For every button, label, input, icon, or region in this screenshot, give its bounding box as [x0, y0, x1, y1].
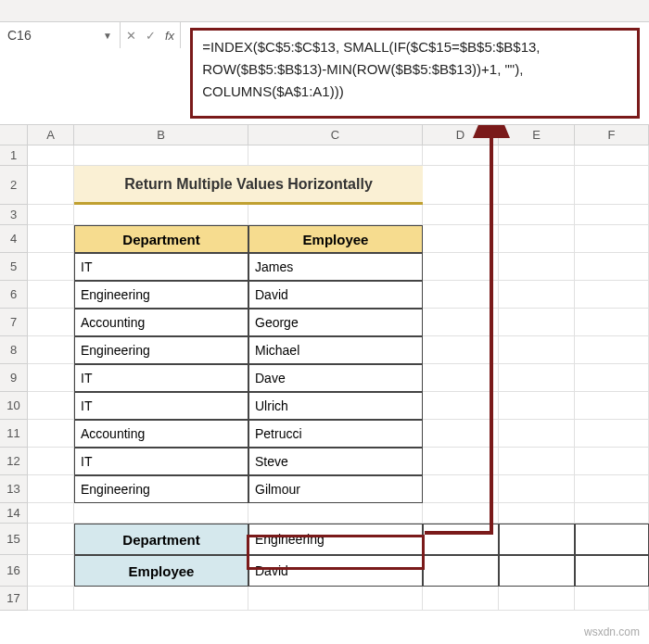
cell[interactable] [28, 145, 74, 166]
cell[interactable] [499, 555, 575, 587]
cell[interactable] [74, 503, 248, 524]
name-box[interactable]: C16 ▼ [0, 22, 121, 48]
table-row[interactable]: Dave [248, 364, 423, 392]
table-row[interactable]: Engineering [74, 281, 248, 309]
table-row[interactable]: David [248, 281, 423, 309]
cell[interactable] [28, 524, 74, 555]
table-row[interactable]: Petrucci [248, 420, 423, 448]
col-header-B[interactable]: B [74, 125, 248, 145]
row-header-10[interactable]: 10 [0, 392, 28, 420]
cell[interactable] [248, 503, 423, 524]
col-header-A[interactable]: A [28, 125, 74, 145]
cell[interactable] [423, 448, 499, 475]
cell[interactable] [423, 392, 499, 420]
cell[interactable] [499, 253, 575, 281]
cell[interactable] [423, 253, 499, 281]
table-row[interactable]: Steve [248, 448, 423, 475]
cell[interactable] [575, 364, 649, 392]
accept-icon[interactable]: ✓ [146, 29, 156, 43]
row-header-12[interactable]: 12 [0, 448, 28, 475]
cell[interactable] [499, 281, 575, 309]
table-row[interactable]: IT [74, 392, 248, 420]
cell[interactable] [499, 166, 575, 205]
table-row[interactable]: James [248, 253, 423, 281]
cell[interactable] [423, 166, 499, 205]
cell[interactable] [575, 503, 649, 524]
row-header-15[interactable]: 15 [0, 524, 28, 555]
row-header-3[interactable]: 3 [0, 205, 28, 225]
table-header-emp[interactable]: Employee [248, 225, 423, 253]
cell[interactable] [499, 225, 575, 253]
cell[interactable] [248, 587, 423, 611]
cell[interactable] [499, 145, 575, 166]
cell[interactable] [28, 392, 74, 420]
cell[interactable] [575, 253, 649, 281]
select-all-corner[interactable] [0, 125, 28, 145]
cell[interactable] [575, 555, 649, 587]
cell[interactable] [499, 420, 575, 448]
cell[interactable] [575, 225, 649, 253]
lookup-dept-label[interactable]: Department [74, 524, 248, 555]
table-header-dept[interactable]: Department [74, 225, 248, 253]
row-header-9[interactable]: 9 [0, 364, 28, 392]
cell[interactable] [423, 145, 499, 166]
cell[interactable] [575, 420, 649, 448]
cell[interactable] [423, 225, 499, 253]
row-header-13[interactable]: 13 [0, 475, 28, 503]
cell[interactable] [423, 555, 499, 587]
cell[interactable] [499, 392, 575, 420]
cell[interactable] [575, 475, 649, 503]
table-row[interactable]: Engineering [74, 336, 248, 364]
cell[interactable] [28, 225, 74, 253]
table-row[interactable]: IT [74, 253, 248, 281]
cell[interactable] [28, 555, 74, 587]
fx-icon[interactable]: fx [165, 29, 174, 43]
cell[interactable] [423, 281, 499, 309]
cell[interactable] [74, 145, 248, 166]
cell[interactable] [248, 145, 423, 166]
col-header-F[interactable]: F [575, 125, 649, 145]
cell[interactable] [28, 364, 74, 392]
cell[interactable] [499, 475, 575, 503]
cell[interactable] [575, 281, 649, 309]
cell[interactable] [423, 364, 499, 392]
row-header-7[interactable]: 7 [0, 309, 28, 336]
table-row[interactable]: Gilmour [248, 475, 423, 503]
col-header-D[interactable]: D [423, 125, 499, 145]
cell[interactable] [74, 205, 248, 225]
row-header-6[interactable]: 6 [0, 281, 28, 309]
cell[interactable] [499, 503, 575, 524]
page-title[interactable]: Return Multiple Values Horizontally [74, 166, 423, 205]
col-header-E[interactable]: E [499, 125, 575, 145]
row-header-8[interactable]: 8 [0, 336, 28, 364]
cell[interactable] [423, 587, 499, 611]
cell[interactable] [499, 309, 575, 336]
table-row[interactable]: Accounting [74, 420, 248, 448]
cell[interactable] [28, 281, 74, 309]
cell[interactable] [423, 309, 499, 336]
cell[interactable] [575, 587, 649, 611]
cell[interactable] [423, 205, 499, 225]
worksheet[interactable]: A B C D E F 1 2 Return Multiple Values H… [0, 125, 649, 611]
cell[interactable] [28, 309, 74, 336]
cell[interactable] [28, 336, 74, 364]
row-header-4[interactable]: 4 [0, 225, 28, 253]
cell[interactable] [499, 524, 575, 555]
lookup-emp-value[interactable]: David [248, 555, 423, 587]
row-header-16[interactable]: 16 [0, 555, 28, 587]
formula-input[interactable]: =INDEX($C$5:$C$13, SMALL(IF($C$15=$B$5:$… [190, 28, 640, 119]
cell[interactable] [28, 475, 74, 503]
cell[interactable] [423, 524, 499, 555]
row-header-11[interactable]: 11 [0, 420, 28, 448]
cell[interactable] [575, 336, 649, 364]
lookup-dept-value[interactable]: Engineering [248, 524, 423, 555]
cell[interactable] [575, 524, 649, 555]
cell[interactable] [499, 364, 575, 392]
cell[interactable] [575, 448, 649, 475]
cell[interactable] [575, 205, 649, 225]
cell[interactable] [499, 336, 575, 364]
cell[interactable] [28, 205, 74, 225]
table-row[interactable]: Engineering [74, 475, 248, 503]
row-header-17[interactable]: 17 [0, 587, 28, 611]
table-row[interactable]: George [248, 309, 423, 336]
